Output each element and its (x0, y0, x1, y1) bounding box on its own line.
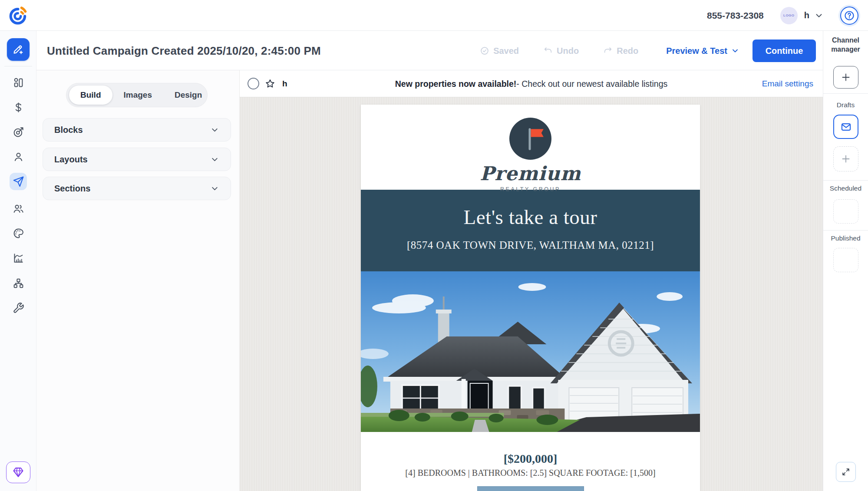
undo-button[interactable]: Undo (543, 46, 579, 56)
scheduled-placeholder (833, 199, 858, 224)
canvas-background: Premium REALTY GROUP Let's take a tour [… (240, 97, 823, 491)
subject-line[interactable]: New properties now available! - Check ou… (395, 70, 668, 97)
published-placeholder (833, 248, 858, 272)
accordion-sections[interactable]: Sections (43, 177, 231, 200)
accordion-blocks[interactable]: Blocks (43, 118, 231, 142)
constant-contact-logo-icon[interactable] (7, 3, 30, 26)
redo-button[interactable]: Redo (603, 46, 638, 56)
rail-item-contacts[interactable] (10, 148, 27, 165)
left-nav-rail (0, 31, 36, 491)
rail-divider (4, 66, 32, 66)
rail-item-tools[interactable] (10, 299, 27, 316)
pencil-plus-icon (12, 43, 24, 56)
chevron-down-icon (210, 155, 219, 164)
published-label: Published (823, 234, 868, 242)
scheduled-label: Scheduled (823, 185, 868, 192)
rail-item-branding[interactable] (10, 224, 27, 242)
draft-email-thumbnail[interactable] (833, 115, 858, 139)
top-bar-right-cluster: 855-783-2308 LOGO h (707, 0, 858, 31)
rail-item-campaigns[interactable] (10, 173, 27, 190)
channel-manager-title: Channel manager (823, 36, 868, 54)
rail-item-billing[interactable] (10, 99, 27, 116)
property-photo[interactable] (361, 271, 700, 432)
tab-design[interactable]: Design (163, 86, 213, 105)
wrench-icon (13, 302, 24, 314)
saved-status: Saved (480, 46, 519, 56)
target-arrow-icon (13, 126, 24, 138)
person-icon (13, 151, 24, 163)
sidebar-divider (823, 230, 868, 231)
continue-button[interactable]: Continue (752, 40, 816, 62)
create-campaign-button[interactable] (7, 38, 30, 61)
listing-cta-button[interactable] (477, 486, 584, 491)
accordion-layouts-label: Layouts (54, 155, 88, 165)
house-illustration (361, 271, 700, 432)
accordion-blocks-label: Blocks (54, 125, 83, 135)
account-logo-badge[interactable]: LOGO (780, 7, 798, 24)
account-menu-label[interactable]: h (804, 10, 809, 20)
people-icon (13, 203, 24, 214)
rail-item-dashboard[interactable] (10, 74, 27, 91)
email-settings-link[interactable]: Email settings (762, 70, 813, 97)
brand-tagline: REALTY GROUP (500, 186, 561, 192)
channel-manager-sidebar: Channel manager Drafts Scheduled Publish… (823, 31, 868, 491)
panel-tabs: Build Images Design (66, 83, 208, 107)
add-draft-button[interactable] (833, 146, 858, 171)
select-circle[interactable] (248, 78, 259, 89)
subject-text: New properties now available! (395, 79, 517, 89)
rail-item-automation[interactable] (10, 274, 27, 292)
undo-icon (543, 46, 553, 56)
email-logo-block[interactable]: Premium REALTY GROUP (361, 105, 700, 190)
saved-label: Saved (493, 46, 519, 56)
undo-label: Undo (557, 46, 579, 56)
diamond-icon (12, 466, 24, 478)
top-bar: 855-783-2308 LOGO h (0, 0, 868, 31)
listing-info-block[interactable]: [$200,000] [4] BEDROOMS | BATHROOMS: [2.… (361, 432, 700, 491)
preview-test-label: Preview & Test (666, 46, 727, 56)
email-document: Premium REALTY GROUP Let's take a tour [… (361, 105, 700, 491)
account-chevron-down-icon[interactable] (814, 11, 824, 20)
sender-name: h (282, 70, 287, 97)
upgrade-button[interactable] (6, 461, 30, 483)
brand-flag-icon (509, 118, 551, 160)
envelope-icon (840, 121, 852, 133)
app-window: 855-783-2308 LOGO h Untitled Campaign (0, 0, 868, 491)
email-canvas: h New properties now available! - Check … (240, 70, 823, 491)
redo-label: Redo (617, 46, 638, 56)
rail-item-audience[interactable] (10, 200, 27, 217)
drafts-label: Drafts (823, 101, 868, 109)
rail-item-goals[interactable] (10, 123, 27, 141)
listing-details: [4] BEDROOMS | BATHROOMS: [2.5] SQUARE F… (361, 468, 700, 478)
campaign-header-bar: Untitled Campaign Created 2025/10/20, 2:… (36, 31, 823, 70)
plus-icon (841, 154, 851, 164)
tab-build[interactable]: Build (69, 86, 112, 105)
add-channel-button[interactable] (833, 66, 858, 89)
dashboard-icon (13, 77, 24, 89)
chevron-down-icon (210, 184, 219, 193)
dollar-icon (13, 102, 24, 113)
preview-text: - Check out our newest available listing… (516, 79, 667, 89)
plus-icon (841, 72, 851, 82)
accordion-layouts[interactable]: Layouts (43, 148, 231, 171)
support-phone[interactable]: 855-783-2308 (707, 10, 764, 21)
paper-plane-icon (13, 176, 24, 188)
header-actions: Saved Undo Redo Preview & Test Continue (480, 31, 816, 70)
favorite-star-button[interactable] (264, 78, 276, 89)
listing-price: [$200,000] (361, 432, 700, 466)
chart-icon (13, 252, 24, 264)
preview-test-button[interactable]: Preview & Test (666, 46, 739, 56)
palette-icon (13, 227, 24, 239)
tab-images[interactable]: Images (112, 86, 163, 105)
email-hero-banner[interactable]: Let's take a tour [8574 OAK TOWN DRIVE, … (361, 190, 700, 271)
check-circle-icon (480, 46, 489, 56)
redo-icon (603, 46, 613, 56)
expand-sidebar-button[interactable] (836, 462, 856, 482)
rail-item-reporting[interactable] (10, 249, 27, 267)
brand-name: Premium (480, 162, 581, 185)
chevron-down-icon (731, 46, 739, 55)
campaign-title[interactable]: Untitled Campaign Created 2025/10/20, 2:… (47, 31, 321, 70)
accordion-sections-label: Sections (54, 184, 90, 194)
star-icon (264, 78, 276, 89)
chevron-down-icon (210, 125, 219, 135)
help-button[interactable] (840, 7, 858, 25)
